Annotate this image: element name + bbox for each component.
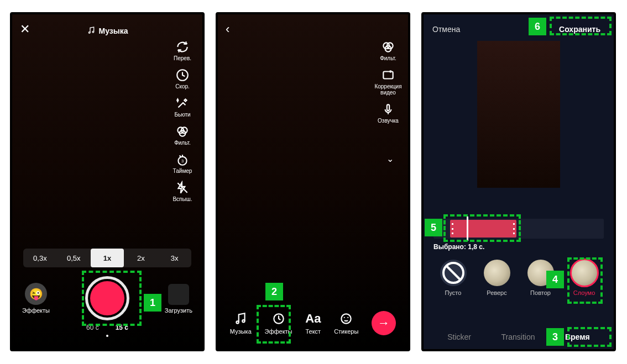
stickers-label: Стикеры [334,328,358,335]
text-icon: Aa [305,312,321,326]
duration-dot-icon [106,335,108,337]
voice-label: Озвучка [378,118,399,124]
voice-button[interactable]: Озвучка [373,102,404,124]
screen-time-effects: Отмена Сохранить Выбрано: 1,8 с. Пусто Р… [421,12,616,351]
arrow-right-icon: → [378,316,390,330]
svg-line-22 [447,266,460,279]
svg-point-19 [344,317,345,318]
svg-point-1 [92,31,94,33]
effects-label: Эффекты [265,328,292,335]
svg-point-0 [88,31,90,33]
none-icon [440,260,467,286]
duration-row: 60 с 15 с [12,324,202,331]
tool-column: Фильт. Коррекция видео Озвучка [373,40,404,124]
svg-text:3: 3 [181,159,184,163]
music-label: Музыка [230,328,252,335]
svg-point-15 [237,321,239,323]
record-button[interactable] [85,276,129,320]
filters-button[interactable]: Фильт. [167,124,198,146]
duration-60s[interactable]: 60 с [86,324,99,331]
timer-label: Таймер [173,168,192,174]
timer-button[interactable]: 3 Таймер [167,152,198,174]
selection-duration-label: Выбрано: 1,8 с. [433,243,484,251]
beauty-label: Бьюти [174,112,190,118]
reverse-thumb-icon [484,260,510,286]
filters-button[interactable]: Фильт. [373,40,404,61]
effect-slowmo-label: Слоумо [573,289,595,296]
speed-0.3x[interactable]: 0,3x [23,249,57,267]
timeline[interactable] [433,219,604,239]
effects-label: Эффекты [22,307,50,314]
effect-none-label: Пусто [445,289,462,296]
effects-button[interactable]: 😜 Эффекты [22,283,50,314]
chevron-down-icon[interactable]: ⌄ [386,154,394,164]
effect-reverse-label: Реверс [487,289,506,296]
tab-time[interactable]: Время [565,333,590,341]
music-button[interactable]: Музыка [230,312,252,335]
effect-none[interactable]: Пусто [440,260,467,296]
video-preview [477,41,560,188]
text-label: Текст [305,328,321,335]
wink-icon: 😜 [25,283,47,305]
stickers-button[interactable]: Стикеры [334,312,358,335]
slowmo-thumb-icon [571,260,598,286]
beauty-button[interactable]: Бьюти [167,96,198,118]
filters-label: Фильт. [174,140,191,146]
speed-label: Скор. [175,83,190,89]
effects-button[interactable]: Эффекты [265,312,292,335]
correction-button[interactable]: Коррекция видео [373,68,404,96]
screen-record: ✕ Музыка Перев. Скор. Бьюти Фильт. 3 Тай… [10,12,205,351]
flash-label: Вспыш. [173,196,192,202]
effect-repeat-label: Повтор [530,289,551,296]
top-bar: Отмена Сохранить [424,21,614,38]
tool-column: Перев. Скор. Бьюти Фильт. 3 Таймер Вспыш… [167,40,198,202]
add-music-button[interactable]: Музыка [87,26,128,36]
svg-rect-12 [383,72,393,79]
music-note-icon [87,26,96,36]
edit-bottom-bar: Музыка Эффекты Aa Текст Стикеры → [218,304,408,342]
back-button[interactable]: ‹ [226,22,229,36]
flip-label: Перев. [174,55,191,61]
speed-1x[interactable]: 1x [91,249,124,267]
upload-button[interactable]: Загрузить [165,284,192,314]
svg-rect-14 [387,104,389,110]
tab-transition[interactable]: Transition [501,333,535,341]
effect-tabs: Sticker Transition Время [424,333,614,341]
tab-sticker[interactable]: Sticker [447,333,471,341]
svg-point-18 [342,314,351,323]
upload-label: Загрузить [165,307,192,314]
next-button[interactable]: → [372,311,396,335]
selection-handle-right[interactable] [513,223,515,234]
svg-point-16 [243,320,245,322]
cancel-button[interactable]: Отмена [432,25,460,34]
effect-slowmo[interactable]: Слоумо [571,260,598,296]
effect-reverse[interactable]: Реверс [484,260,510,296]
selection-handle-left[interactable] [452,223,453,234]
duration-15s[interactable]: 15 с [116,324,128,331]
flip-button[interactable]: Перев. [167,40,198,61]
effect-row: Пусто Реверс Повтор Слоумо [424,260,614,296]
record-inner-icon [90,281,124,315]
correction-label: Коррекция видео [373,83,404,96]
svg-point-13 [389,70,391,72]
filters-label: Фильт. [380,55,396,61]
screen-edit: ‹ Фильт. Коррекция видео Озвучка ⌄ Музык… [216,12,410,351]
badge-2: 2 [265,283,283,300]
speed-selector: 0,3x 0,5x 1x 2x 3x [23,249,191,267]
save-button[interactable]: Сохранить [555,23,605,36]
upload-thumbnail-icon [168,284,189,305]
repeat-thumb-icon [527,260,554,286]
speed-3x[interactable]: 3x [158,249,191,267]
speed-0.5x[interactable]: 0,5x [57,249,91,267]
speed-2x[interactable]: 2x [124,249,158,267]
record-area: 😜 Эффекты Загрузить 60 с 15 с [12,266,202,333]
text-button[interactable]: Aa Текст [305,312,321,335]
svg-point-20 [347,317,348,318]
effect-repeat[interactable]: Повтор [527,260,554,296]
music-label: Музыка [99,27,128,35]
playhead[interactable] [467,217,468,241]
speed-button[interactable]: Скор. [167,68,198,89]
topbar: Музыка [12,22,202,40]
flash-button[interactable]: Вспыш. [167,181,198,202]
timeline-selection[interactable] [450,220,516,238]
